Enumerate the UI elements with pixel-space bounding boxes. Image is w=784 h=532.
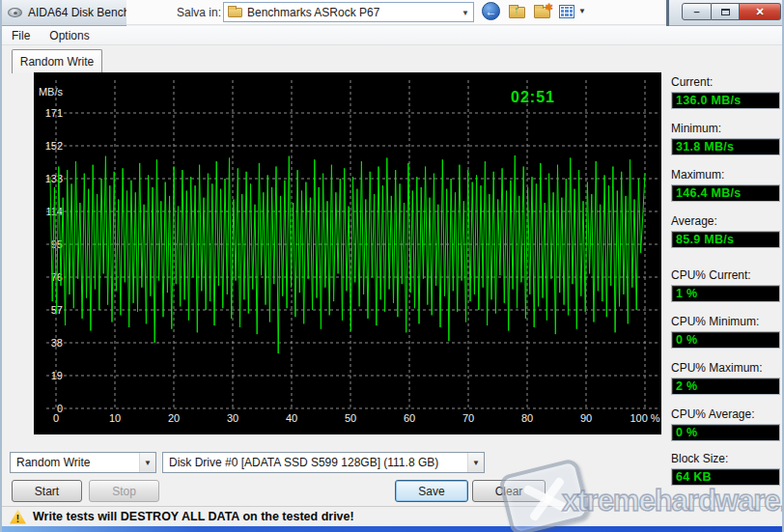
top-strip: AIDA64 Disk Bench Salva in: Benchmarks A… [2, 0, 784, 26]
stat-label: CPU% Current: [671, 268, 780, 283]
save-dialog-fragment: Salva in: Benchmarks ASRock P67 ▼ ← ↑ ✱ … [126, 0, 666, 25]
stat-value: 0 % [671, 424, 780, 441]
x-tick-label: 70 [462, 412, 474, 424]
stat-label: Average: [671, 214, 780, 229]
x-tick-label: 50 [345, 412, 356, 424]
x-tick-label: 80 [521, 412, 533, 424]
window-controls: – ✕ [682, 3, 781, 20]
stat-value: 1 % [671, 285, 780, 302]
test-type-select[interactable]: Random Write ▼ [10, 452, 156, 473]
y-tick-label: 152 [45, 140, 63, 152]
desktop-edge-strip [2, 526, 784, 532]
view-menu-chevron-icon[interactable]: ▼ [578, 7, 586, 15]
up-one-level-icon[interactable]: ↑ [509, 7, 525, 18]
stat-minimum: Minimum: 31.8 MB/s [671, 122, 780, 155]
save-button[interactable]: Save [395, 480, 468, 502]
chart-svg: MB/s171152133114957657381900102030405060… [34, 72, 661, 434]
elapsed-timer: 02:51 [511, 89, 555, 105]
x-tick-label: 100 % [630, 412, 659, 424]
stat-label: Current: [671, 75, 780, 90]
folder-select-value: Benchmarks ASRock P67 [247, 6, 379, 19]
x-tick-label: 40 [286, 412, 297, 424]
stat-cpu-current: CPU% Current: 1 % [671, 268, 780, 302]
dialog-toolbar: ← ↑ ✱ ▼ [482, 2, 586, 20]
maximize-icon [721, 9, 730, 15]
maximize-button[interactable] [712, 3, 740, 20]
minimize-button[interactable]: – [682, 3, 712, 20]
y-tick-label: 95 [51, 238, 63, 250]
warning-text: Write tests will DESTROY ALL DATA on the… [33, 510, 354, 523]
app-disk-icon [8, 8, 22, 17]
warning-exclamation: ! [10, 514, 26, 524]
watermark-text: xtremehardware.it [562, 484, 784, 518]
drive-select[interactable]: Disk Drive #0 [ADATA SSD S599 128GB] (11… [162, 452, 485, 473]
aida64-disk-benchmark-window: AIDA64 Disk Bench Salva in: Benchmarks A… [0, 0, 784, 532]
drive-select-value: Disk Drive #0 [ADATA SSD S599 128GB] (11… [163, 456, 467, 469]
y-tick-label: 38 [51, 337, 63, 349]
stat-block-size: Block Size: 64 KB [671, 452, 780, 486]
benchmark-chart: MB/s171152133114957657381900102030405060… [34, 72, 661, 434]
warning-icon: ! [10, 510, 26, 524]
stop-button[interactable]: Stop [89, 480, 159, 502]
chevron-down-icon[interactable]: ▼ [467, 453, 484, 472]
stat-value: 136.0 MB/s [671, 92, 780, 109]
stat-label: Maximum: [671, 168, 780, 182]
stat-cpu-minimum: CPU% Minimum: 0 % [671, 315, 780, 349]
x-tick-label: 60 [404, 412, 415, 424]
start-button[interactable]: Start [12, 480, 82, 502]
back-icon[interactable]: ← [482, 2, 500, 20]
stat-current: Current: 136.0 MB/s [671, 75, 780, 109]
stat-label: Minimum: [671, 122, 780, 136]
stat-average: Average: 85.9 MB/s [671, 214, 780, 248]
menu-file[interactable]: File [12, 29, 30, 42]
stat-value: 0 % [671, 331, 780, 349]
menu-bar: File Options [2, 26, 784, 45]
stat-label: CPU% Minimum: [671, 315, 780, 329]
new-folder-star-icon: ✱ [546, 2, 553, 13]
close-button[interactable]: ✕ [740, 3, 781, 20]
stat-cpu-maximum: CPU% Maximum: 2 % [671, 361, 780, 395]
folder-icon [228, 8, 242, 17]
test-type-value: Random Write [11, 456, 139, 469]
stat-value: 146.4 MB/s [671, 184, 780, 202]
stat-cpu-average: CPU% Average: 0 % [671, 407, 780, 441]
x-tick-label: 90 [580, 412, 592, 424]
chevron-down-icon[interactable]: ▼ [462, 9, 469, 17]
stat-value: 31.8 MB/s [671, 138, 780, 155]
x-tick-label: 20 [168, 412, 180, 424]
x-tick-label: 30 [227, 412, 238, 424]
x-tick-label: 0 [53, 412, 59, 424]
stat-label: Block Size: [671, 452, 780, 466]
folder-select[interactable]: Benchmarks ASRock P67 ▼ [223, 2, 474, 22]
new-folder-icon[interactable]: ✱ [534, 7, 550, 18]
stat-label: CPU% Average: [671, 407, 780, 422]
speed-line [50, 155, 645, 353]
stat-maximum: Maximum: 146.4 MB/s [671, 168, 780, 202]
x-tick-label: 10 [109, 412, 121, 424]
menu-options[interactable]: Options [49, 29, 89, 42]
y-tick-label: 171 [45, 107, 63, 119]
y-axis-unit: MB/s [39, 86, 64, 98]
save-in-label: Salva in: [177, 6, 221, 19]
y-tick-label: 19 [51, 370, 63, 381]
chevron-down-icon[interactable]: ▼ [139, 453, 155, 472]
tab-random-write[interactable]: Random Write [12, 49, 102, 73]
window-title: AIDA64 Disk Bench [28, 6, 126, 19]
stat-label: CPU% Maximum: [671, 361, 780, 376]
y-tick-label: 133 [45, 173, 63, 184]
view-menu-icon[interactable] [559, 5, 574, 18]
stat-value: 2 % [671, 378, 780, 395]
titlebar: AIDA64 Disk Bench [2, 0, 126, 26]
stat-value: 85.9 MB/s [671, 231, 780, 248]
titlebar-right: – ✕ [669, 0, 784, 26]
up-arrow-icon: ↑ [514, 4, 519, 15]
